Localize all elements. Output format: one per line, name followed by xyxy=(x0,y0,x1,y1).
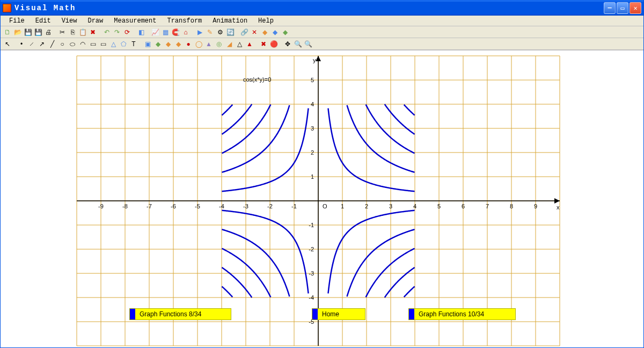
point-icon[interactable]: • xyxy=(17,39,26,49)
new-icon[interactable]: 🗋 xyxy=(3,27,12,37)
svg-text:y: y xyxy=(313,57,316,63)
pointer-icon[interactable]: ↖ xyxy=(3,39,12,49)
solid3-icon[interactable]: ◆ xyxy=(173,39,183,49)
minimize-button[interactable]: — xyxy=(604,2,616,14)
print-icon[interactable]: 🖨 xyxy=(43,27,53,37)
toolbar-2: ↖ • ⟋ ↗ ╱ ○ ⬭ ◠ ▭ ▭ △ ⬠ T ▣ ◆ ◆ ◆ ● ◯ ▲ … xyxy=(1,38,643,50)
grid-icon[interactable]: ▦ xyxy=(160,27,170,37)
move-icon[interactable]: ✥ xyxy=(283,39,292,49)
zoom-in-icon[interactable]: 🔍 xyxy=(293,39,303,49)
svg-text:-5: -5 xyxy=(195,203,200,209)
circle-icon[interactable]: ○ xyxy=(57,39,67,49)
svg-text:5: 5 xyxy=(437,203,441,209)
line-icon[interactable]: ⟋ xyxy=(27,39,36,49)
menu-animation[interactable]: Animation xyxy=(207,16,253,26)
svg-text:7: 7 xyxy=(486,203,489,209)
menu-edit[interactable]: Edit xyxy=(30,16,56,26)
home-icon[interactable]: ⌂ xyxy=(181,27,191,37)
sync-icon[interactable]: 🔄 xyxy=(225,27,235,37)
next-button[interactable]: Graph Functions 10/34 xyxy=(408,308,516,320)
svg-text:-3: -3 xyxy=(309,270,314,277)
titlebar: Visual Math — ▭ ✕ xyxy=(1,1,643,16)
solid2-icon[interactable]: ◆ xyxy=(163,39,173,49)
stripe-icon xyxy=(409,309,414,320)
tetra-icon[interactable]: ▲ xyxy=(245,39,254,49)
svg-text:-8: -8 xyxy=(122,203,128,209)
edit-icon[interactable]: ✎ xyxy=(205,27,215,37)
menu-transform[interactable]: Transform xyxy=(162,16,207,26)
pyramid-icon[interactable]: △ xyxy=(235,39,244,49)
arc-icon[interactable]: ◠ xyxy=(78,39,87,49)
segment-icon[interactable]: ╱ xyxy=(47,39,57,49)
open-icon[interactable]: 📂 xyxy=(13,27,23,37)
cube-icon[interactable]: ◧ xyxy=(136,27,146,37)
cone-icon[interactable]: ▲ xyxy=(204,39,214,49)
triangle-icon[interactable]: △ xyxy=(108,39,118,49)
menu-view[interactable]: View xyxy=(56,16,83,26)
svg-marker-36 xyxy=(554,198,560,204)
tool-a-icon[interactable]: ◆ xyxy=(260,27,269,37)
cut-icon[interactable]: ✂ xyxy=(57,27,67,37)
menu-help[interactable]: Help xyxy=(253,16,279,26)
settings-icon[interactable]: ⚙ xyxy=(215,27,225,37)
stripe-icon xyxy=(130,309,135,320)
svg-text:x: x xyxy=(557,204,560,211)
colorball-icon[interactable]: 🔴 xyxy=(269,39,279,49)
svg-text:-1: -1 xyxy=(291,203,297,209)
tool-b-icon[interactable]: ◆ xyxy=(270,27,280,37)
save-as-icon[interactable]: 💾 xyxy=(33,27,43,37)
cross-icon[interactable]: ✖ xyxy=(259,39,268,49)
svg-text:-3: -3 xyxy=(243,203,248,209)
menubar: File Edit View Draw Measurement Transfor… xyxy=(1,16,643,26)
svg-text:6: 6 xyxy=(462,203,465,209)
svg-text:1: 1 xyxy=(341,203,344,209)
polygon-icon[interactable]: ⬠ xyxy=(119,39,128,49)
copy-icon[interactable]: ⎘ xyxy=(68,27,77,37)
svg-text:3: 3 xyxy=(311,125,314,132)
cylinder-icon[interactable]: ◯ xyxy=(194,39,203,49)
zoom-out-icon[interactable]: 🔍 xyxy=(303,39,313,49)
app-window: Visual Math — ▭ ✕ File Edit View Draw Me… xyxy=(0,0,644,348)
toolbar-1: 🗋 📂 💾 💾 🖨 ✂ ⎘ 📋 ✖ ↶ ↷ ⟳ ◧ 📈 ▦ 🧲 ⌂ ▶ ✎ ⚙ … xyxy=(1,26,643,38)
redo-icon[interactable]: ↷ xyxy=(112,27,122,37)
svg-marker-37 xyxy=(316,56,321,61)
menu-file[interactable]: File xyxy=(4,16,30,26)
paste-icon[interactable]: 📋 xyxy=(78,27,87,37)
menu-measurement[interactable]: Measurement xyxy=(108,16,162,26)
close-button[interactable]: ✕ xyxy=(630,2,641,14)
maximize-button[interactable]: ▭ xyxy=(617,2,628,14)
canvas[interactable]: -9-8-7-6-5-4-3-2-1123456789-5-4-3-2-1123… xyxy=(1,50,643,347)
menu-draw[interactable]: Draw xyxy=(82,16,108,26)
tool-c-icon[interactable]: ◆ xyxy=(280,27,290,37)
prism-icon[interactable]: ◢ xyxy=(224,39,234,49)
delete-icon[interactable]: ✖ xyxy=(88,27,98,37)
rect2-icon[interactable]: ▭ xyxy=(98,39,108,49)
next-label: Graph Functions 10/34 xyxy=(419,310,484,318)
rect-icon[interactable]: ▭ xyxy=(88,39,98,49)
magnet-icon[interactable]: 🧲 xyxy=(171,27,180,37)
torus-icon[interactable]: ◎ xyxy=(214,39,224,49)
svg-text:-9: -9 xyxy=(98,203,104,209)
home-label: Home xyxy=(322,310,339,318)
svg-text:-4: -4 xyxy=(219,203,224,209)
undo-icon[interactable]: ↶ xyxy=(102,27,112,37)
prev-button[interactable]: Graph Functions 8/34 xyxy=(129,308,231,320)
text-icon[interactable]: T xyxy=(129,39,138,49)
ellipse-icon[interactable]: ⬭ xyxy=(68,39,77,49)
unlink-icon[interactable]: ✕ xyxy=(250,27,259,37)
home-button[interactable]: Home xyxy=(312,308,365,320)
svg-text:3: 3 xyxy=(389,203,392,209)
chart-icon[interactable]: 📈 xyxy=(150,27,160,37)
refresh-icon[interactable]: ⟳ xyxy=(122,27,132,37)
svg-text:-2: -2 xyxy=(309,246,314,252)
svg-text:5: 5 xyxy=(311,77,314,83)
svg-text:-2: -2 xyxy=(267,203,273,209)
box3d-icon[interactable]: ▣ xyxy=(143,39,152,49)
save-icon[interactable]: 💾 xyxy=(23,27,33,37)
solid1-icon[interactable]: ◆ xyxy=(153,39,163,49)
svg-text:-7: -7 xyxy=(147,203,152,209)
link-icon[interactable]: 🔗 xyxy=(239,27,249,37)
sphere-icon[interactable]: ● xyxy=(184,39,193,49)
play-icon[interactable]: ▶ xyxy=(195,27,204,37)
ray-icon[interactable]: ↗ xyxy=(37,39,47,49)
